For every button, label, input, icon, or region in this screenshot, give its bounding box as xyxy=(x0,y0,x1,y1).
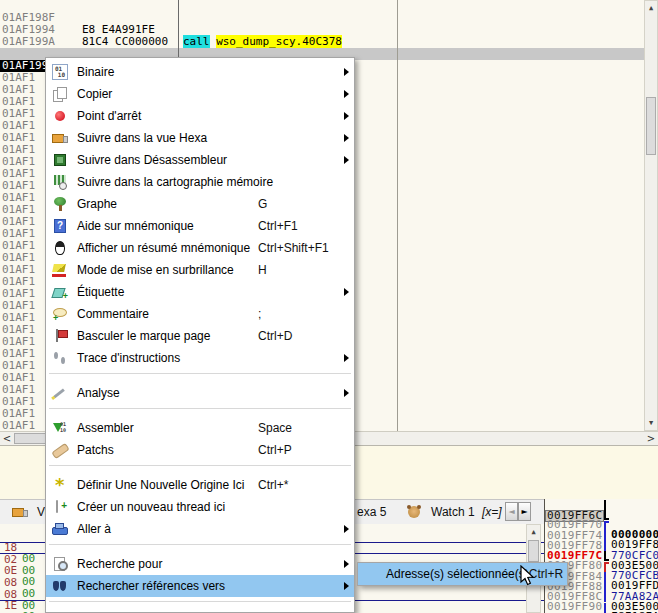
menu-item-label: Binaire xyxy=(77,65,258,79)
submenu-item-label: Adresse(s) sélectionnée(s) xyxy=(362,567,529,581)
menu-item-suivre-desassembleur[interactable]: Suivre dans Désassembleur xyxy=(46,149,354,171)
menu-item-label: Copier xyxy=(77,87,258,101)
stack-bracket-icon xyxy=(604,500,609,510)
stack-bracket-icon xyxy=(604,572,609,582)
bookmark-icon xyxy=(52,328,68,344)
disasm-row[interactable]: 01AF199A 5B pop ebx xyxy=(0,24,658,36)
menu-item-label: Créer un nouveau thread ici xyxy=(77,500,258,514)
submenu-arrow-icon xyxy=(344,90,349,98)
disasm-vertical-scrollbar[interactable]: ▲ ▼ xyxy=(644,0,658,431)
menu-item-resume-mnemonique[interactable]: Afficher un résumé mnémonique Ctrl+Shift… xyxy=(46,237,354,259)
menu-item-shortcut: Ctrl+P xyxy=(258,443,344,457)
menu-item-label: Point d'arrêt xyxy=(77,109,258,123)
menu-item-shortcut: Ctrl+D xyxy=(258,329,344,343)
menu-item-trace-instructions[interactable]: Trace d'instructions xyxy=(46,347,354,369)
stack-bracket-icon xyxy=(604,541,609,551)
tab-scroll-right-button[interactable]: ► xyxy=(518,502,531,521)
menu-item-patchs[interactable]: Patchs Ctrl+P xyxy=(46,439,354,461)
menu-item-assembler[interactable]: Assembler Space xyxy=(46,417,354,439)
scroll-down-icon[interactable]: ▼ xyxy=(645,419,657,427)
tab-scroll-left-button[interactable]: ◄ xyxy=(505,502,518,521)
submenu-arrow-icon xyxy=(344,354,349,362)
stack-row[interactable]: 0019FF6C 0000000 xyxy=(545,500,658,510)
menu-item-binaire[interactable]: Binaire xyxy=(46,61,354,83)
menu-item-label: Assembler xyxy=(77,421,258,435)
menu-item-shortcut: H xyxy=(258,263,344,277)
menu-item-nouveau-thread[interactable]: Créer un nouveau thread ici xyxy=(46,496,354,518)
stack-row[interactable]: 0019FF70 0019FF8 xyxy=(545,510,658,520)
menu-item-surbrillance[interactable]: Mode de mise en surbrillance H xyxy=(46,259,354,281)
menu-item-nouvelle-origine[interactable]: Définir Une Nouvelle Origine Ici Ctrl+* xyxy=(46,474,354,496)
stack-row[interactable]: 0019FF94 0000000 xyxy=(545,603,658,613)
stack-bracket-icon xyxy=(604,551,609,561)
binoculars-icon xyxy=(52,578,68,594)
tab-hexa-5[interactable]: exa 5 xyxy=(357,502,386,522)
help-book-icon xyxy=(52,218,68,234)
menu-item-etiquette[interactable]: Étiquette xyxy=(46,281,354,303)
graph-icon xyxy=(52,196,68,212)
menu-item-shortcut: Space xyxy=(258,421,344,435)
highlighter-icon xyxy=(52,262,68,278)
menu-item-marque-page[interactable]: Basculer le marque page Ctrl+D xyxy=(46,325,354,347)
menu-item-label: Définir Une Nouvelle Origine Ici xyxy=(77,478,258,492)
label-tag-icon xyxy=(52,284,68,300)
menu-item-label: Suivre dans Désassembleur xyxy=(77,153,258,167)
stack-bracket-icon xyxy=(604,582,609,592)
menu-item-label: Graphe xyxy=(77,197,258,211)
new-origin-star-icon xyxy=(52,477,68,493)
stack-row[interactable]: 0019FF90 0000000 xyxy=(545,592,658,602)
menu-item-point-darret[interactable]: Point d'arrêt xyxy=(46,105,354,127)
menu-separator[interactable] xyxy=(46,408,354,417)
scroll-up-icon[interactable]: ▲ xyxy=(527,528,540,536)
stack-row[interactable]: 0019FF78 003E500 xyxy=(545,531,658,541)
submenu-arrow-icon xyxy=(344,112,349,120)
stack-row[interactable]: 0019FF74 770CFC0 xyxy=(545,521,658,531)
menu-item-label: Rechercher références vers xyxy=(77,579,258,593)
panel-divider xyxy=(544,499,545,613)
menu-item-label: Patchs xyxy=(77,443,258,457)
menu-item-aller-a[interactable]: Aller à xyxy=(46,518,354,540)
menu-item-shortcut: ; xyxy=(258,307,344,321)
chip-icon xyxy=(52,152,68,168)
stack-panel[interactable]: 0019FF6C 0000000 0019FF70 0019FF8 0019FF… xyxy=(545,499,658,613)
menu-item-copier[interactable]: Copier xyxy=(46,83,354,105)
submenu-arrow-icon xyxy=(344,288,349,296)
new-thread-icon xyxy=(52,499,68,515)
breakpoint-icon xyxy=(52,108,68,124)
submenu-arrow-icon xyxy=(344,134,349,142)
menu-item-suivre-vue-hexa[interactable]: Suivre dans la vue Hexa xyxy=(46,127,354,149)
menu-item-commentaire[interactable]: Commentaire ; xyxy=(46,303,354,325)
disasm-row[interactable]: 01AF1994 81C4 CC000000 add esp,CC xyxy=(0,12,658,24)
menu-item-rechercher-references[interactable]: Rechercher références vers xyxy=(46,575,354,597)
submenu-arrow-icon xyxy=(344,389,349,397)
menu-separator[interactable] xyxy=(46,465,354,474)
menu-item-suivre-cartographie-memoire[interactable]: Suivre dans la cartographie mémoire xyxy=(46,171,354,193)
menu-separator[interactable] xyxy=(46,373,354,382)
menu-item-recherche-pour[interactable]: Recherche pour xyxy=(46,553,354,575)
scroll-right-icon[interactable]: > xyxy=(644,432,658,445)
disasm-row[interactable]: 01AF198F E8 E4A991FE call wso_dump_scy.4… xyxy=(0,0,658,12)
submenu-arrow-icon xyxy=(344,68,349,76)
stack-row[interactable]: 0019FF7C 770CFCB xyxy=(545,541,658,551)
scroll-up-icon[interactable]: ▲ xyxy=(645,4,657,12)
scrollbar-thumb[interactable] xyxy=(646,97,656,155)
truck-icon xyxy=(12,504,28,520)
menu-item-label: Aller à xyxy=(77,522,258,536)
menu-separator[interactable] xyxy=(46,544,354,553)
menu-separator[interactable] xyxy=(46,601,354,610)
menu-item-aide-mnemonique[interactable]: Aide sur mnémonique Ctrl+F1 xyxy=(46,215,354,237)
menu-item-analyse[interactable]: Analyse xyxy=(46,382,354,404)
stack-bracket-icon xyxy=(604,562,609,572)
submenu-arrow-icon xyxy=(344,582,349,590)
menu-item-graphe[interactable]: Graphe G xyxy=(46,193,354,215)
scrollbar-thumb[interactable] xyxy=(528,540,539,562)
column-divider xyxy=(397,0,398,431)
scroll-left-icon[interactable]: < xyxy=(0,432,14,445)
context-submenu: Adresse(s) sélectionnée(s) Ctrl+R xyxy=(357,562,568,586)
tab-watch-1[interactable]: Watch 1 xyxy=(404,502,475,522)
disasm-row[interactable]: 01AF199B C3 ret xyxy=(0,36,658,48)
menu-item-label: Basculer le marque page xyxy=(77,329,258,343)
assemble-arrow-icon xyxy=(52,420,68,436)
mouse-cursor xyxy=(519,565,536,588)
stack-row[interactable]: 0019FF80 0019FFD xyxy=(545,551,658,561)
